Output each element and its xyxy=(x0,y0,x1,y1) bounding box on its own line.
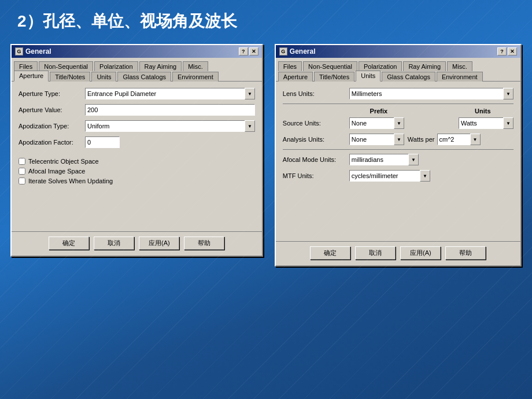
aperture-value-label: Aperture Value: xyxy=(19,106,85,113)
source-units-label: Source Units: xyxy=(283,120,349,127)
apodization-type-row: Apodization Type: Uniform ▼ xyxy=(19,120,255,132)
dialog2-help-button[interactable]: 帮助 xyxy=(445,246,486,260)
apodization-type-select[interactable]: Uniform xyxy=(85,120,255,132)
dialog1-ok-btn[interactable]: 确定 xyxy=(49,237,89,250)
tab-polarization-1[interactable]: Polarization xyxy=(94,61,138,71)
dialog1-help-btn[interactable]: ? xyxy=(239,47,248,56)
tab-titlenotes-2[interactable]: Title/Notes xyxy=(314,72,354,82)
afocal-image-row: Afocal Image Space xyxy=(19,168,255,175)
dialog2-content: Lens Units: Millimeters ▼ Prefix Units S… xyxy=(276,82,520,238)
dialog1-icon: G xyxy=(15,47,23,56)
tab-units-1[interactable]: Units xyxy=(91,72,116,82)
dialog1-titlebar: G General ? ✕ xyxy=(12,45,262,58)
dialog1-help-button[interactable]: 帮助 xyxy=(184,237,224,250)
dialog-units: G General ? ✕ Files Non-Sequential Polar… xyxy=(275,44,522,267)
aperture-type-select[interactable]: Entrance Pupil Diameter xyxy=(85,88,255,99)
iterate-solves-row: Iterate Solves When Updating xyxy=(19,178,255,184)
source-units-row: Source Units: None ▼ Watts ▼ xyxy=(283,117,513,130)
tab-aperture-2[interactable]: Aperture xyxy=(278,72,313,82)
analysis-prefix-select[interactable]: None xyxy=(349,134,404,145)
dialog1-tabs: Files Non-Sequential Polarization Ray Ai… xyxy=(12,58,262,82)
afocal-mode-wrapper: milliradians ▼ xyxy=(349,154,419,165)
iterate-solves-label: Iterate Solves When Updating xyxy=(28,178,113,184)
dialog2-help-btn[interactable]: ? xyxy=(497,47,507,56)
lens-units-label: Lens Units: xyxy=(283,90,349,97)
tab-misc-1[interactable]: Misc. xyxy=(183,61,208,71)
source-units-wrapper: Watts ▼ xyxy=(459,117,513,129)
dialog2-apply-btn[interactable]: 应用(A) xyxy=(400,246,441,260)
analysis-prefix-wrapper: None ▼ xyxy=(349,134,404,145)
prefix-header: Prefix xyxy=(350,108,408,114)
watts-per-label: Watts per xyxy=(408,136,435,143)
dialog2-titlebar: G General ? ✕ xyxy=(276,45,520,58)
source-units-select[interactable]: Watts xyxy=(459,117,513,129)
afocal-mode-label: Afocal Mode Units: xyxy=(283,156,349,163)
dialog1-title: General xyxy=(25,47,51,56)
tab-nonsequential-2[interactable]: Non-Sequential xyxy=(303,61,357,71)
dialog1-cancel-btn[interactable]: 取消 xyxy=(94,237,134,250)
dialog1-content: Aperture Type: Entrance Pupil Diameter ▼… xyxy=(12,82,262,228)
dialog1-buttons: 确定 取消 应用(A) 帮助 xyxy=(12,231,262,256)
tab-aperture-1[interactable]: Aperture xyxy=(14,71,49,82)
mtf-units-row: MTF Units: cycles/millimeter ▼ xyxy=(283,169,513,182)
tab-units-2[interactable]: Units xyxy=(356,71,380,82)
telecentric-row: Telecentric Object Space xyxy=(19,158,255,165)
tab-rayaiming-2[interactable]: Ray Aiming xyxy=(403,61,446,71)
aperture-type-label: Aperture Type: xyxy=(19,90,85,97)
afocal-image-checkbox[interactable] xyxy=(19,168,25,175)
separator-2 xyxy=(283,149,513,150)
dialog2-ok-btn[interactable]: 确定 xyxy=(310,246,350,260)
apodization-factor-label: Apodization Factor: xyxy=(19,139,85,146)
aperture-type-row: Aperture Type: Entrance Pupil Diameter ▼ xyxy=(19,87,255,100)
mtf-units-select[interactable]: cycles/millimeter xyxy=(349,170,430,182)
lens-units-select[interactable]: Millimeters xyxy=(349,88,513,99)
tab-polarization-2[interactable]: Polarization xyxy=(359,61,402,71)
tab-glasscatalogs-1[interactable]: Glass Catalogs xyxy=(117,72,171,82)
tab-environment-2[interactable]: Environment xyxy=(437,72,483,82)
dialog2-icon: G xyxy=(279,47,287,56)
telecentric-checkbox[interactable] xyxy=(19,158,25,165)
lens-units-select-wrapper: Millimeters ▼ xyxy=(349,88,513,99)
dialog1-apply-btn[interactable]: 应用(A) xyxy=(139,237,179,250)
iterate-solves-checkbox[interactable] xyxy=(19,178,25,184)
apodization-type-select-wrapper: Uniform ▼ xyxy=(85,120,255,132)
aperture-value-row: Aperture Value: xyxy=(19,104,255,116)
mtf-units-label: MTF Units: xyxy=(283,172,349,179)
separator-1 xyxy=(283,104,513,104)
mtf-units-wrapper: cycles/millimeter ▼ xyxy=(349,170,430,182)
tab-rayaiming-1[interactable]: Ray Aiming xyxy=(139,61,182,71)
dialogs-container: G General ? ✕ Files Non-Sequential Polar… xyxy=(0,38,532,272)
tab-nonsequential-1[interactable]: Non-Sequential xyxy=(39,61,93,71)
afocal-mode-row: Afocal Mode Units: milliradians ▼ xyxy=(283,153,513,166)
tab-files-1[interactable]: Files xyxy=(14,61,38,71)
analysis-units-select[interactable]: cm^2 xyxy=(437,134,481,145)
source-prefix-wrapper: None ▼ xyxy=(349,117,404,129)
dialog-aperture: G General ? ✕ Files Non-Sequential Polar… xyxy=(10,44,263,257)
apodization-factor-input[interactable] xyxy=(85,136,120,148)
lens-units-row: Lens Units: Millimeters ▼ xyxy=(283,87,513,100)
tab-titlenotes-1[interactable]: Title/Notes xyxy=(50,72,90,82)
analysis-units-wrapper: cm^2 ▼ xyxy=(437,134,481,145)
afocal-mode-select[interactable]: milliradians xyxy=(349,154,419,165)
aperture-value-input[interactable] xyxy=(85,104,255,116)
dialog2-close-btn[interactable]: ✕ xyxy=(508,47,517,56)
apodization-factor-row: Apodization Factor: xyxy=(19,136,255,149)
page-title: 2）孔径、单位、视场角及波长 xyxy=(0,0,532,38)
afocal-image-label: Afocal Image Space xyxy=(28,168,85,175)
dialog2-tabs: Files Non-Sequential Polarization Ray Ai… xyxy=(276,58,520,82)
analysis-units-row: Analysis Units: None ▼ Watts per cm^2 ▼ xyxy=(283,133,513,146)
dialog2-cancel-btn[interactable]: 取消 xyxy=(355,246,396,260)
tab-misc-2[interactable]: Misc. xyxy=(447,61,472,71)
tab-files-2[interactable]: Files xyxy=(278,61,302,71)
source-prefix-select[interactable]: None xyxy=(349,117,404,129)
tab-glasscatalogs-2[interactable]: Glass Catalogs xyxy=(382,72,435,82)
units-header: Units xyxy=(454,108,512,114)
dialog2-title: General xyxy=(290,47,316,56)
apodization-type-label: Apodization Type: xyxy=(19,123,85,130)
tab-environment-1[interactable]: Environment xyxy=(172,72,219,82)
telecentric-label: Telecentric Object Space xyxy=(28,158,99,165)
dialog1-close-btn[interactable]: ✕ xyxy=(249,47,258,56)
aperture-type-select-wrapper: Entrance Pupil Diameter ▼ xyxy=(85,88,255,99)
dialog2-buttons: 确定 取消 应用(A) 帮助 xyxy=(276,241,520,265)
analysis-units-label: Analysis Units: xyxy=(283,136,349,143)
